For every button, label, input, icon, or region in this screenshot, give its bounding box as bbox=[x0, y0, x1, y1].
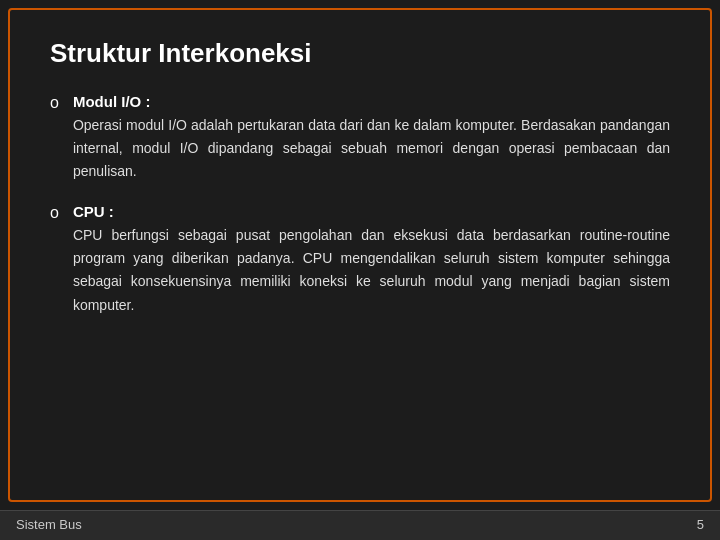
bullet-heading-1: Modul I/O : bbox=[73, 93, 670, 110]
bullet-list: o Modul I/O : Operasi modul I/O adalah p… bbox=[50, 93, 670, 317]
footer-left-text: Sistem Bus bbox=[16, 517, 82, 532]
slide-container: Struktur Interkoneksi o Modul I/O : Oper… bbox=[0, 0, 720, 540]
bullet-marker-1: o bbox=[50, 94, 59, 112]
bullet-heading-2: CPU : bbox=[73, 203, 670, 220]
main-content: Struktur Interkoneksi o Modul I/O : Oper… bbox=[8, 8, 712, 502]
list-item: o CPU : CPU berfungsi sebagai pusat peng… bbox=[50, 203, 670, 316]
bullet-content-1: Modul I/O : Operasi modul I/O adalah per… bbox=[73, 93, 670, 183]
bullet-content-2: CPU : CPU berfungsi sebagai pusat pengol… bbox=[73, 203, 670, 316]
bullet-marker-2: o bbox=[50, 204, 59, 222]
slide-title: Struktur Interkoneksi bbox=[50, 38, 670, 69]
list-item: o Modul I/O : Operasi modul I/O adalah p… bbox=[50, 93, 670, 183]
bullet-text-1: Operasi modul I/O adalah pertukaran data… bbox=[73, 114, 670, 183]
footer: Sistem Bus 5 bbox=[0, 510, 720, 540]
bullet-text-2: CPU berfungsi sebagai pusat pengolahan d… bbox=[73, 224, 670, 316]
footer-page-number: 5 bbox=[697, 517, 704, 532]
